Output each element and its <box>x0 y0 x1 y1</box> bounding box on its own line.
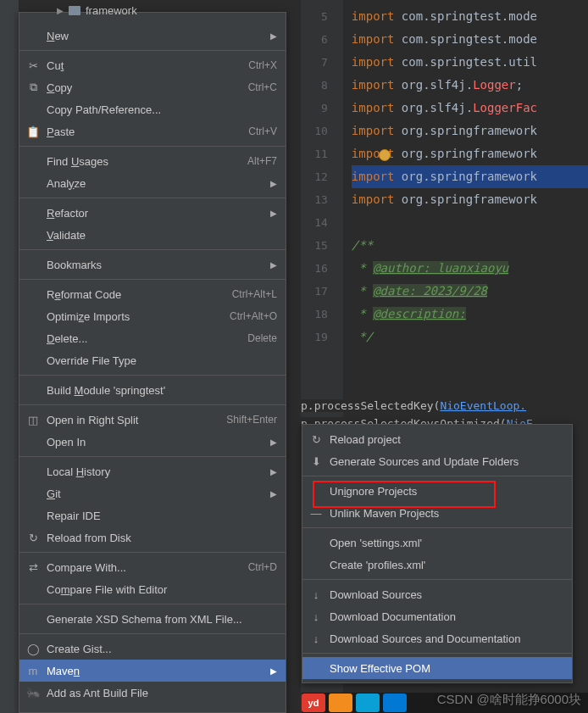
menu-item-label: Cut <box>47 59 248 72</box>
taskbar-icon[interactable]: yd <box>302 694 325 712</box>
menu-shortcut: Ctrl+Alt+O <box>230 310 277 322</box>
menu-item-label: Git <box>47 487 277 500</box>
menu-separator <box>19 604 286 604</box>
menu-separator <box>302 527 572 528</box>
maven-icon: m <box>26 664 40 677</box>
menu-item-analyze[interactable]: Analyze▶ <box>19 172 286 194</box>
menu-item-show-effective-pom[interactable]: Show Effective POM <box>302 657 572 679</box>
menu-item-reload-from-disk[interactable]: ↻Reload from Disk <box>19 526 286 549</box>
menu-item-download-sources[interactable]: ↓Download Sources <box>302 583 572 605</box>
menu-item-label: Download Sources and Documentation <box>330 632 563 645</box>
stack-link[interactable]: NioEventLoop. <box>440 399 526 412</box>
menu-item-label: Delete... <box>47 332 247 345</box>
menu-item-download-documentation[interactable]: ↓Download Documentation <box>302 605 572 627</box>
menu-item-generate-sources-and-update-folders[interactable]: ⬇Generate Sources and Update Folders <box>302 450 572 472</box>
taskbar-icon[interactable] <box>356 694 380 712</box>
menu-item-unignore-projects[interactable]: Unignore Projects <box>302 480 572 502</box>
menu-item-label: Override File Type <box>47 354 277 367</box>
menu-item-open-settings-xml[interactable]: Open 'settings.xml' <box>302 532 572 554</box>
menu-item-optimize-imports[interactable]: Optimize ImportsCtrl+Alt+O <box>19 305 286 327</box>
menu-separator <box>19 456 286 457</box>
menu-item-label: Analyze <box>47 177 277 190</box>
menu-icon: ✂ <box>26 58 40 72</box>
menu-item-create-profiles-xml[interactable]: Create 'profiles.xml' <box>302 554 572 576</box>
menu-item-build-module-springtest[interactable]: Build Module 'springtest' <box>19 379 286 401</box>
menu-separator <box>302 579 572 580</box>
menu-item-delete[interactable]: Delete...Delete <box>19 327 286 349</box>
chevron-right-icon: ▶ <box>270 179 277 188</box>
project-tree-item[interactable]: ▶ framework <box>57 4 137 17</box>
chevron-right-icon: ▶ <box>270 489 277 499</box>
menu-item-find-usages[interactable]: Find UsagesAlt+F7 <box>19 150 286 172</box>
menu-item-compare-file-with-editor[interactable]: Compare File with Editor <box>19 578 286 600</box>
menu-item-refactor[interactable]: Refactor▶ <box>19 202 286 224</box>
menu-icon: ⇄ <box>26 560 40 574</box>
menu-item-maven[interactable]: mMaven▶ <box>19 660 286 682</box>
menu-item-copy[interactable]: ⧉CopyCtrl+C <box>19 76 286 98</box>
menu-item-override-file-type[interactable]: Override File Type <box>19 349 286 371</box>
menu-separator <box>19 198 286 198</box>
intention-bulb-icon[interactable] <box>379 149 391 161</box>
context-menu: ▶ framework New▶✂CutCtrl+X⧉CopyCtrl+CCop… <box>19 12 286 713</box>
menu-item-add-as-ant-build-file[interactable]: 🐜Add as Ant Build File <box>19 682 286 704</box>
folder-icon <box>69 6 80 15</box>
menu-item-label: Unignore Projects <box>330 485 563 498</box>
menu-item-label: Validate <box>47 229 277 242</box>
menu-item-unlink-maven-projects[interactable]: —Unlink Maven Projects <box>302 502 572 524</box>
taskbar-icon[interactable] <box>329 694 352 712</box>
menu-shortcut: Alt+F7 <box>247 155 277 167</box>
menu-shortcut: Delete <box>247 332 277 344</box>
menu-item-git[interactable]: Git▶ <box>19 482 286 504</box>
menu-item-copy-path-reference[interactable]: Copy Path/Reference... <box>19 98 286 120</box>
menu-icon: ◯ <box>26 642 40 655</box>
menu-item-compare-with[interactable]: ⇄Compare With...Ctrl+D <box>19 556 286 578</box>
menu-item-local-history[interactable]: Local History▶ <box>19 460 286 482</box>
watermark: CSDN @啥时能挣6000块 <box>437 692 581 708</box>
menu-item-label: Download Sources <box>330 588 563 601</box>
menu-item-cut[interactable]: ✂CutCtrl+X <box>19 54 286 76</box>
menu-item-generate-xsd-schema-from-xml-file[interactable]: Generate XSD Schema from XML File... <box>19 608 286 630</box>
chevron-right-icon: ▶ <box>270 467 277 476</box>
menu-item-reformat-code[interactable]: Reformat CodeCtrl+Alt+L <box>19 283 286 305</box>
menu-item-open-in-right-split[interactable]: ◫Open in Right SplitShift+Enter <box>19 409 286 431</box>
menu-item-label: Compare With... <box>47 561 248 574</box>
menu-item-label: Reload from Disk <box>47 532 277 544</box>
menu-item-label: Unlink Maven Projects <box>330 507 563 520</box>
menu-shortcut: Shift+Enter <box>226 414 277 426</box>
menu-item-new[interactable]: New▶ <box>19 25 286 47</box>
menu-shortcut: Ctrl+Alt+L <box>232 288 277 300</box>
menu-shortcut: Ctrl+V <box>248 125 277 137</box>
tool-window-strip <box>0 0 19 713</box>
menu-icon: ↓ <box>309 588 323 601</box>
menu-item-paste[interactable]: 📋PasteCtrl+V <box>19 120 286 142</box>
menu-separator <box>302 476 572 476</box>
menu-item-open-in[interactable]: Open In▶ <box>19 431 286 453</box>
maven-submenu: ↻Reload project⬇Generate Sources and Upd… <box>302 424 573 683</box>
menu-item-label: Reformat Code <box>47 288 232 301</box>
menu-item-download-sources-and-documentation[interactable]: ↓Download Sources and Documentation <box>302 627 572 649</box>
menu-item-bookmarks[interactable]: Bookmarks▶ <box>19 253 286 276</box>
menu-separator <box>19 50 286 51</box>
menu-item-label: New <box>47 30 277 42</box>
menu-icon: ◫ <box>26 413 40 426</box>
menu-item-label: Optimize Imports <box>47 310 230 323</box>
menu-item-label: Copy Path/Reference... <box>47 103 277 116</box>
tree-label: framework <box>86 4 137 17</box>
chevron-right-icon: ▶ <box>270 437 277 447</box>
menu-item-label: Show Effective POM <box>330 662 563 675</box>
menu-item-label: Refactor <box>47 207 277 220</box>
menu-item-label: Open in Right Split <box>47 414 226 426</box>
menu-separator <box>19 404 286 405</box>
menu-icon: — <box>309 506 323 520</box>
menu-separator <box>19 249 286 250</box>
menu-item-validate[interactable]: Validate <box>19 224 286 246</box>
menu-item-repair-ide[interactable]: Repair IDE <box>19 504 286 526</box>
menu-icon: 📋 <box>26 125 40 138</box>
chevron-right-icon: ▶ <box>57 6 64 15</box>
menu-item-create-gist[interactable]: ◯Create Gist... <box>19 638 286 660</box>
menu-item-reload-project[interactable]: ↻Reload project <box>302 428 572 450</box>
chevron-right-icon: ▶ <box>270 666 277 676</box>
menu-item-label: Paste <box>47 125 248 138</box>
taskbar-icon[interactable] <box>383 694 407 712</box>
menu-item-label: Find Usages <box>47 155 247 168</box>
